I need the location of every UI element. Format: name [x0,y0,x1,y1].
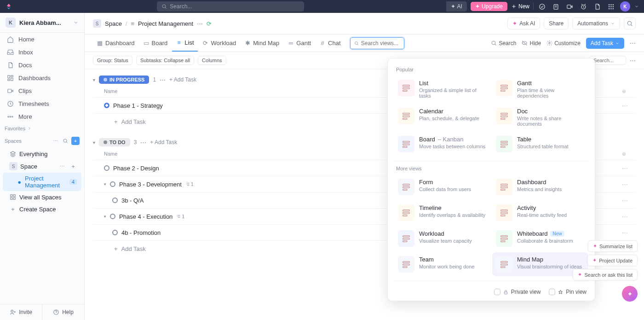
add-task-button[interactable]: Add Task [586,38,624,49]
more-icon[interactable]: ⋯ [160,76,166,83]
filter-chip-2[interactable]: Columns [198,56,226,65]
sync-icon[interactable]: ⟳ [207,20,212,27]
row-more-icon[interactable]: ⋯ [622,213,636,220]
nav-docs[interactable]: Docs [0,58,84,71]
tree-view-all[interactable]: View all Spaces [3,191,81,203]
invite-button[interactable]: Invite [0,304,42,320]
spaces-search-icon[interactable] [61,137,69,145]
view-option-timeline[interactable]: Timeline Identify overlaps & availabilit… [394,201,490,225]
view-option-calendar[interactable]: Calendar Plan, schedule, & delegate [394,104,490,130]
tab-board[interactable]: ▭Board [139,35,172,52]
status-badge[interactable]: TO DO [99,138,130,146]
more-icon[interactable]: ⋯ [197,20,203,27]
doc-icon[interactable] [592,1,603,12]
row-more-icon[interactable]: ⋯ [622,229,636,236]
view-option-table[interactable]: Table Structured table format [492,132,588,156]
view-option-workload[interactable]: Workload Visualize team capacity [394,227,490,250]
add-task-link[interactable]: + Add Task [169,76,196,83]
add-task-link[interactable]: + Add Task [150,139,177,145]
automations-button[interactable]: Automations [572,17,620,29]
add-column-button[interactable]: ⊕ [622,88,636,94]
status-dot[interactable] [110,181,115,187]
app-logo-icon[interactable] [5,2,13,11]
global-search[interactable]: Search... [157,1,304,12]
new-button[interactable]: New [511,3,529,10]
ask-ai-button[interactable]: ✦Ask AI [507,17,540,29]
expand-button[interactable] [624,17,636,29]
view-option-activity[interactable]: Activity Real-time activity feed [492,201,588,225]
notepad-icon[interactable] [551,1,561,12]
tree-project-management[interactable]: ● Project Management 4 [3,173,81,191]
chevron-down-icon[interactable] [634,1,639,12]
view-option-list[interactable]: List Organized & simple list of tasks [394,76,490,102]
nav-dashboards[interactable]: Dashboards [0,71,84,84]
view-option-form[interactable]: Form Collect data from users [394,175,490,199]
status-dot[interactable] [104,165,109,171]
user-avatar[interactable]: K [620,1,630,12]
row-more-icon[interactable]: ⋯ [622,181,636,188]
workspace-switcher[interactable]: K Kiera Abbam... [0,13,84,33]
more-icon[interactable]: ⋯ [630,57,636,64]
help-button[interactable]: Help [42,304,84,320]
view-option-team[interactable]: Team Monitor work being done [394,252,490,276]
hide-link[interactable]: Hide [522,40,541,47]
nav-clips[interactable]: Clips [0,84,84,97]
add-space-button[interactable]: + [71,137,80,145]
tree-space[interactable]: S Space ⋯ + [3,160,81,173]
ai-suggestion[interactable]: ✦Search or ask this list [573,269,638,280]
share-button[interactable]: Share [544,17,569,29]
spaces-more-icon[interactable]: ⋯ [51,137,59,145]
apps-icon[interactable] [606,1,616,12]
nav-more[interactable]: More [0,110,84,123]
record-icon[interactable] [565,1,575,12]
plus-icon[interactable]: + [69,163,77,170]
nav-inbox[interactable]: Inbox [0,46,84,58]
ai-button[interactable]: ✦AI [446,1,467,12]
filter-chip-0[interactable]: Group: Status [93,56,132,65]
status-dot[interactable] [110,214,115,219]
customize-link[interactable]: Customize [546,40,581,47]
filter-chip-1[interactable]: Subtasks: Collapse all [136,56,194,65]
view-option-doc[interactable]: Doc Write notes & share documents [492,104,588,130]
tab-chat[interactable]: #Chat [316,35,344,52]
status-dot[interactable] [112,198,118,203]
space-more-icon[interactable]: ⋯ [60,163,65,169]
view-thumb-icon [496,230,512,247]
add-column-button[interactable]: ⊕ [622,151,636,157]
check-circle-icon[interactable] [537,1,547,12]
view-search-input[interactable] [350,37,404,49]
ai-fab[interactable]: ✦ [622,286,638,302]
reminder-icon[interactable] [579,1,589,12]
tree-create-space[interactable]: + Create Space [3,203,81,215]
ai-suggestion[interactable]: ✦Summarize list [588,240,638,252]
view-option-gantt[interactable]: Gantt Plan time & view dependencies [492,76,588,102]
more-icon[interactable]: ⋯ [630,40,636,47]
row-more-icon[interactable]: ⋯ [622,102,636,109]
nav-timesheets[interactable]: Timesheets [0,97,84,110]
search-link[interactable]: Search [491,40,516,47]
breadcrumb-project[interactable]: Project Management [138,20,193,27]
view-thumb-icon [496,108,512,124]
breadcrumb-space[interactable]: Space [105,20,122,27]
tab-list[interactable]: ≡List [172,35,197,52]
more-icon[interactable]: ⋯ [140,139,146,146]
view-option-board[interactable]: Board – Kanban Move tasks between column… [394,132,490,156]
tree-everything[interactable]: Everything [3,148,81,160]
tab-mind-map[interactable]: ✱Mind Map [241,35,283,52]
ai-suggestion[interactable]: ✦Project Update [587,255,638,266]
nav-home[interactable]: Home [0,33,84,46]
tab-dashboard[interactable]: ▦Dashboard [93,35,138,52]
caret-icon[interactable]: ▾ [104,182,106,186]
view-option-dashboard[interactable]: Dashboard Metrics and insights [492,175,588,199]
status-dot[interactable] [104,103,109,108]
private-view-checkbox[interactable]: Private view [494,289,541,295]
status-badge[interactable]: IN PROGRESS [99,76,149,84]
tab-gantt[interactable]: ═Gantt [284,35,315,52]
favorites-section[interactable]: Favorites [0,123,84,134]
caret-icon[interactable]: ▾ [104,214,106,219]
row-more-icon[interactable]: ⋯ [622,165,636,172]
status-dot[interactable] [112,230,118,235]
tab-workload[interactable]: ⟳Workload [199,35,240,52]
upgrade-button[interactable]: ✦Upgrade [471,2,507,11]
row-more-icon[interactable]: ⋯ [622,197,636,204]
